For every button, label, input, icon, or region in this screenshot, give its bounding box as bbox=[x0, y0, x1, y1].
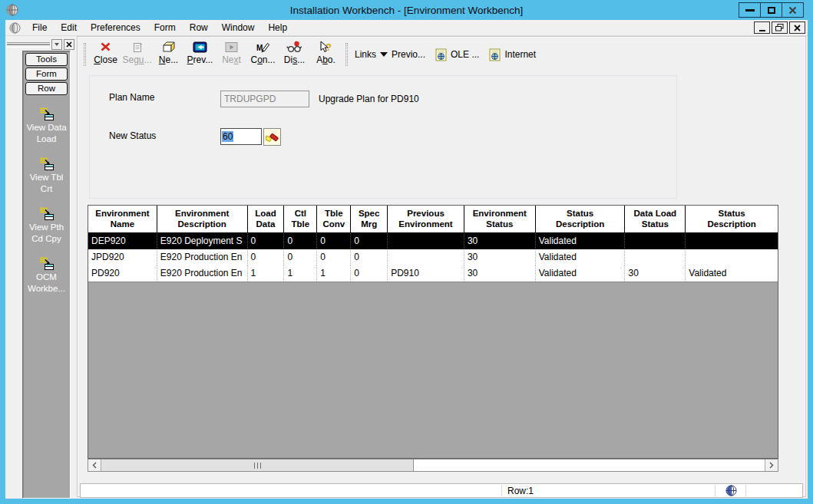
report-view-icon bbox=[23, 256, 70, 271]
table-row[interactable]: DEP920 E920 Deployment S 0 0 0 0 30 Vali… bbox=[88, 233, 778, 249]
menu-row[interactable]: Row bbox=[183, 20, 215, 35]
fastpath-dropdown-button[interactable] bbox=[51, 39, 62, 50]
window-title: Installation Workbench - [Environment Wo… bbox=[0, 5, 813, 16]
horizontal-scrollbar[interactable] bbox=[88, 459, 778, 472]
card-file-icon bbox=[161, 40, 176, 54]
menu-bar: File Edit Preferences Form Row Window He… bbox=[5, 20, 808, 36]
close-icon bbox=[66, 41, 72, 48]
grid-empty-area bbox=[88, 282, 778, 458]
table-row[interactable]: PD920 E920 Production En 1 1 1 0 PD910 3… bbox=[88, 265, 778, 282]
visual-assist-button[interactable] bbox=[263, 128, 281, 146]
report-view-icon bbox=[23, 206, 70, 221]
fastpath-close-button[interactable] bbox=[64, 39, 74, 50]
sidebar-item-label: Workbe... bbox=[23, 283, 70, 295]
sidebar-item-label: Load bbox=[23, 133, 70, 145]
svg-text:M: M bbox=[256, 44, 263, 52]
mdi-restore-icon bbox=[775, 24, 784, 31]
sidebar-item-view-data-load[interactable]: View Data Load bbox=[23, 107, 70, 145]
menu-edit[interactable]: Edit bbox=[54, 20, 84, 35]
sidebar-item-view-pth-cd-cpy[interactable]: View Pth Cd Cpy bbox=[23, 206, 70, 245]
mdi-restore-button[interactable] bbox=[772, 21, 788, 34]
minimize-icon bbox=[745, 9, 755, 12]
col-header: EnvironmentDescription bbox=[157, 206, 248, 232]
scroll-left-button[interactable] bbox=[88, 460, 101, 471]
sidebar-item-label: View Tbl bbox=[23, 172, 70, 183]
flashlight-icon bbox=[266, 130, 279, 143]
internet-doc-globe-icon bbox=[489, 48, 501, 61]
grid-header-row: EnvironmentName EnvironmentDescription L… bbox=[88, 206, 778, 233]
title-bar: Installation Workbench - [Environment Wo… bbox=[0, 0, 813, 20]
toolbar-ne-button[interactable]: Ne... bbox=[153, 40, 184, 69]
sidebar: Tools Form Row View Data Load View Tbl C… bbox=[22, 51, 71, 499]
chevron-right-icon bbox=[769, 462, 774, 469]
toolbar-dis-button[interactable]: Dis... bbox=[279, 40, 310, 69]
internet-link[interactable]: Internet bbox=[504, 49, 536, 60]
pen-m-icon: M bbox=[256, 40, 270, 54]
menu-file[interactable]: File bbox=[25, 20, 54, 35]
form-panel: Plan Name Upgrade Plan for PD910 New Sta… bbox=[89, 75, 677, 199]
links-toolbar-group: Links Previo... OLE ... Internet bbox=[355, 48, 536, 61]
maximize-button[interactable] bbox=[760, 2, 782, 18]
new-status-value: 60 bbox=[222, 131, 233, 142]
new-status-label: New Status bbox=[109, 130, 156, 141]
plan-name-label: Plan Name bbox=[109, 92, 154, 103]
col-header: LoadData bbox=[248, 206, 285, 232]
col-header: TbleConv bbox=[317, 206, 351, 232]
toolbar-abo-button[interactable]: ? Abo. bbox=[310, 40, 342, 69]
sidebar-tab-row[interactable]: Row bbox=[25, 82, 68, 95]
status-divider bbox=[715, 485, 716, 496]
menu-window[interactable]: Window bbox=[215, 20, 262, 35]
links-dropdown-icon[interactable] bbox=[380, 52, 388, 57]
ole-link[interactable]: OLE ... bbox=[451, 49, 479, 60]
toolbar-prev-button[interactable]: Prev... bbox=[184, 40, 216, 69]
links-label[interactable]: Links bbox=[355, 49, 376, 60]
app-window: Installation Workbench - [Environment Wo… bbox=[0, 0, 813, 504]
mdi-close-button[interactable] bbox=[789, 21, 805, 34]
mdi-minimize-icon bbox=[759, 30, 765, 31]
sidebar-item-label: Crt bbox=[23, 183, 70, 195]
sidebar-tab-form[interactable]: Form bbox=[25, 68, 68, 81]
status-bar: Row:1 bbox=[80, 483, 803, 498]
sidebar-item-label: OCM bbox=[23, 272, 70, 283]
toolbar-sequence-button: Segu... bbox=[121, 40, 153, 69]
status-divider bbox=[501, 485, 502, 496]
minimize-button[interactable] bbox=[739, 2, 761, 18]
scrollbar-thumb[interactable] bbox=[101, 460, 414, 471]
sidebar-item-label: View Data bbox=[23, 122, 70, 133]
maximize-icon bbox=[768, 7, 775, 14]
window-controls bbox=[739, 2, 804, 18]
environments-grid: EnvironmentName EnvironmentDescription L… bbox=[88, 205, 778, 459]
fastpath-toolbar-strip bbox=[7, 38, 74, 51]
client-area: File Edit Preferences Form Row Window He… bbox=[5, 20, 808, 499]
sidebar-item-ocm-workbench[interactable]: OCM Workbe... bbox=[23, 256, 70, 295]
toolbar-close-button[interactable]: Close bbox=[90, 40, 121, 69]
scroll-right-button[interactable] bbox=[765, 460, 778, 471]
plan-description: Upgrade Plan for PD910 bbox=[319, 94, 419, 104]
toolbar-con-button[interactable]: M Con... bbox=[247, 40, 279, 69]
col-header: SpecMrg bbox=[351, 206, 388, 232]
menu-preferences[interactable]: Preferences bbox=[84, 20, 147, 35]
close-icon bbox=[788, 6, 797, 15]
previous-link[interactable]: Previo... bbox=[392, 49, 425, 60]
close-icon bbox=[100, 40, 111, 54]
menu-form[interactable]: Form bbox=[147, 20, 183, 35]
row-indicator: Row:1 bbox=[507, 485, 534, 497]
sidebar-item-label: Cd Cpy bbox=[23, 233, 70, 245]
ole-doc-globe-icon bbox=[435, 48, 447, 61]
help-cursor-icon: ? bbox=[319, 40, 333, 54]
col-header: Data LoadStatus bbox=[625, 206, 686, 232]
sidebar-item-view-tbl-crt[interactable]: View Tbl Crt bbox=[23, 156, 70, 195]
previous-arrow-icon bbox=[193, 40, 207, 54]
mdi-minimize-button[interactable] bbox=[754, 21, 770, 34]
new-status-field[interactable]: 60 bbox=[220, 128, 262, 145]
sidebar-tab-tools[interactable]: Tools bbox=[25, 53, 68, 66]
eyeglasses-icon bbox=[286, 40, 302, 54]
table-row[interactable]: JPD920 E920 Production En 0 0 0 0 30 Val… bbox=[88, 249, 778, 265]
mdi-close-icon bbox=[794, 25, 801, 31]
menu-help[interactable]: Help bbox=[261, 20, 294, 35]
close-window-button[interactable] bbox=[782, 2, 804, 18]
toolbar: Close Segu... Ne... bbox=[80, 39, 803, 70]
col-header: PreviousEnvironment bbox=[388, 206, 464, 232]
chevron-left-icon bbox=[92, 462, 97, 469]
col-header: CtlTble bbox=[284, 206, 317, 232]
